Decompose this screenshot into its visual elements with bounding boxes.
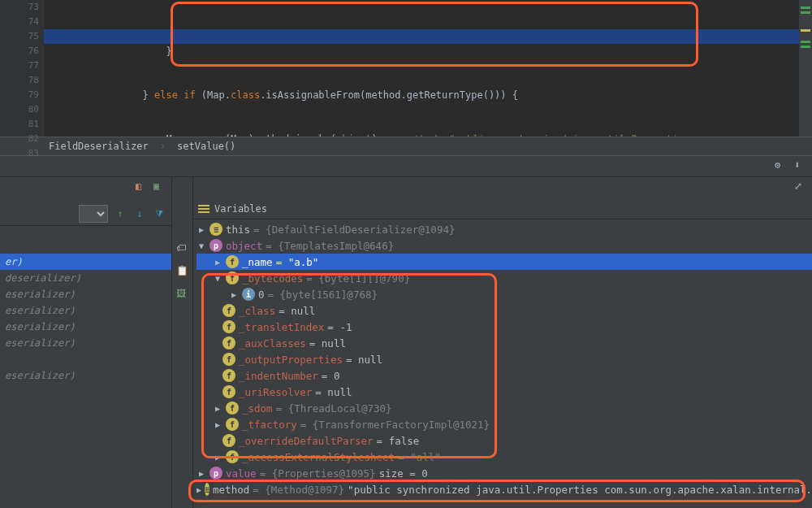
gutter-icons	[0, 0, 18, 137]
var-row-bytecodes[interactable]: ▼ f _bytecodes = {byte[1][]@790}	[197, 270, 812, 286]
field-icon: f	[222, 353, 235, 366]
expand-icon[interactable]: ▶	[197, 485, 201, 494]
var-row-method[interactable]: ▶ ≡ method = {Method@1097} "public synch…	[197, 481, 812, 497]
index-icon: i	[242, 288, 255, 301]
var-name: 0	[258, 289, 265, 301]
var-row-indent[interactable]: f _indentNumber = 0	[197, 367, 812, 384]
var-value: = null	[346, 354, 382, 366]
stack-frame[interactable]: er)	[0, 254, 171, 270]
var-value: = {TransformerFactoryImpl@1021}	[300, 419, 490, 431]
param-icon: p	[209, 467, 222, 480]
var-row-this[interactable]: ▶ ≡ this = {DefaultFieldDeserializer@109…	[197, 221, 812, 237]
field-icon: f	[226, 271, 239, 284]
var-row-name[interactable]: ▶ f _name = "a.b"	[197, 254, 812, 270]
stack-frame[interactable]: eserializer)	[0, 335, 171, 351]
image-icon[interactable]: 🖼	[176, 288, 189, 301]
photo-icon[interactable]: ▣	[153, 180, 166, 193]
var-row-accessext[interactable]: ▶ f _accessExternalStylesheet = "all"	[197, 449, 812, 465]
var-row-bytecodes-0[interactable]: ▶ i 0 = {byte[1561]@768}	[197, 286, 812, 302]
filter-icon[interactable]: ⧩	[152, 206, 166, 221]
minimap-marker	[801, 7, 810, 9]
code-text: Map map = (Map)method.invoke(	[49, 133, 336, 137]
stack-frame[interactable]: eserializer)	[0, 367, 171, 384]
var-row-uriresolver[interactable]: f _uriResolver = null	[197, 384, 812, 400]
minimap[interactable]	[799, 0, 812, 137]
collapse-icon[interactable]: ▼	[213, 274, 222, 283]
code-area[interactable]: } } else if (Map.class.isAssignableFrom(…	[44, 0, 812, 137]
arrow-down-icon[interactable]: ↓	[132, 206, 147, 221]
keyword: class	[231, 89, 260, 101]
field-icon: f	[222, 320, 235, 333]
minimap-marker	[801, 41, 810, 43]
line-number: 80	[18, 102, 39, 117]
var-row-tfactory[interactable]: ▶ f _tfactory = {TransformerFactoryImpl@…	[197, 416, 812, 432]
thread-selector[interactable]	[79, 205, 108, 223]
field-icon: f	[222, 369, 235, 382]
var-name: _uriResolver	[239, 386, 312, 398]
expand-icon[interactable]: ▶	[213, 420, 222, 429]
var-name: _indentNumber	[239, 370, 318, 382]
line-number: 81	[18, 117, 39, 132]
var-value: = 0	[322, 370, 340, 382]
var-value: = false	[377, 435, 420, 447]
frame-list[interactable]: er) deserializer) eserializer) eserializ…	[0, 226, 171, 384]
breadcrumb-class[interactable]: FieldDeserializer	[49, 141, 149, 152]
field-icon: f	[226, 450, 239, 463]
var-row-outputprops[interactable]: f _outputProperties = null	[197, 351, 812, 367]
debug-toolbar: ⚙ ⬇	[0, 156, 812, 177]
breadcrumb-method[interactable]: setValue()	[177, 141, 235, 152]
var-row-object[interactable]: ▼ p object = {TemplatesImpl@646}	[197, 237, 812, 254]
expand-icon[interactable]: ▶	[229, 290, 239, 299]
gear-icon[interactable]: ⚙	[775, 159, 788, 172]
line-number: 78	[18, 73, 39, 88]
var-value: = -1	[327, 321, 352, 333]
var-name: _tfactory	[242, 419, 297, 431]
var-row-class[interactable]: f _class = null	[197, 302, 812, 319]
expand-icon[interactable]: ▶	[197, 225, 206, 234]
bookmark-icon[interactable]: 🏷	[176, 242, 189, 255]
variables-panel[interactable]: ⤢ Variables ▶ ≡ this = {DefaultFieldDese…	[193, 177, 812, 508]
var-name: _name	[242, 256, 273, 268]
minimap-marker	[801, 11, 810, 14]
camera-icon[interactable]: ◧	[136, 180, 149, 193]
var-row-override[interactable]: f _overrideDefaultParser = false	[197, 432, 812, 449]
download-icon[interactable]: ⬇	[794, 159, 807, 172]
var-name: _class	[239, 305, 275, 317]
var-row-sdom[interactable]: ▶ f _sdom = {ThreadLocal@730}	[197, 400, 812, 416]
var-row-transletindex[interactable]: f _transletIndex = -1	[197, 319, 812, 335]
var-name: _outputProperties	[239, 354, 343, 366]
var-name: object	[226, 240, 262, 252]
var-name: _transletIndex	[239, 321, 324, 333]
stack-frame[interactable]: eserializer)	[0, 286, 171, 302]
stack-frame[interactable]: eserializer)	[0, 319, 171, 335]
breadcrumb[interactable]: FieldDeserializer › setValue()	[0, 137, 812, 156]
var-value: = null	[315, 386, 352, 398]
code-text: );	[371, 133, 400, 137]
stack-frame[interactable]: deserializer)	[0, 270, 171, 286]
var-row-auxclasses[interactable]: f _auxClasses = null	[197, 335, 812, 351]
restore-icon[interactable]: ⤢	[794, 180, 807, 193]
var-value: = {Properties@1095}	[260, 467, 376, 480]
expand-icon[interactable]: ▶	[197, 469, 206, 478]
expand-icon[interactable]: ▶	[213, 453, 222, 462]
current-execution-line	[44, 29, 812, 44]
clipboard-icon[interactable]: 📋	[176, 265, 189, 278]
collapse-icon[interactable]: ▼	[197, 241, 206, 250]
expand-icon[interactable]: ▶	[213, 258, 222, 267]
arrow-up-icon[interactable]: ↑	[113, 206, 127, 221]
line-number: 75	[18, 29, 39, 44]
var-name: _auxClasses	[239, 337, 306, 350]
field-icon: f	[222, 434, 235, 447]
var-value: = {TemplatesImpl@646}	[266, 240, 394, 252]
var-row-value[interactable]: ▶ p value = {Properties@1095} size = 0	[197, 465, 812, 481]
stack-frame[interactable]: eserializer)	[0, 302, 171, 319]
stack-frame[interactable]	[0, 351, 171, 367]
var-value: = {DefaultFieldDeserializer@1094}	[253, 224, 455, 236]
expand-icon[interactable]: ▶	[213, 404, 222, 413]
variables-tree[interactable]: ▶ ≡ this = {DefaultFieldDeserializer@109…	[193, 219, 812, 501]
var-value: = null	[309, 337, 346, 350]
frames-panel[interactable]: ◧ ▣ ↑ ↓ ⧩ er) deserializer) eserializer)…	[0, 177, 172, 508]
code-editor[interactable]: 73 74 75 76 77 78 79 80 81 82 83 } } els…	[0, 0, 812, 137]
var-size: size = 0	[379, 467, 428, 480]
var-name: value	[226, 467, 257, 480]
